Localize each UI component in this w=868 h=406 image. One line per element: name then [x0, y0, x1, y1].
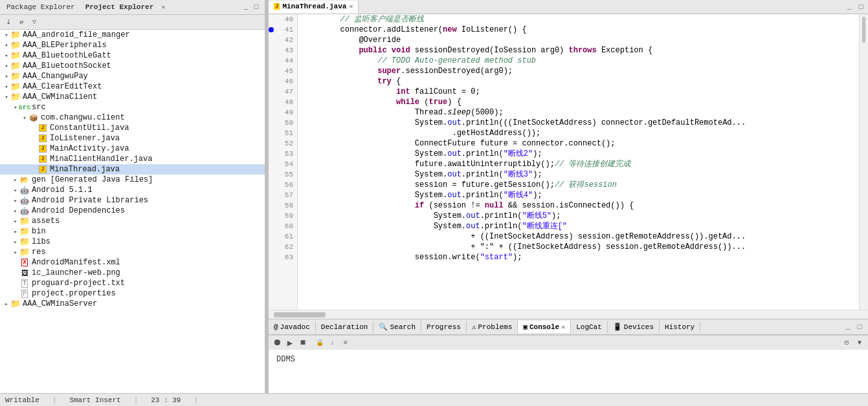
tree-item-6[interactable]: ▾📁AAA_ClearEditText	[0, 81, 265, 92]
code-line-47[interactable]: int failCount = 0;	[298, 87, 859, 97]
code-content-area[interactable]: 4041424344454647484950515253545556575859…	[269, 14, 868, 310]
editor-tab-minathreadjava[interactable]: J MinaThread.java ✕	[269, 1, 359, 14]
tree-item-27[interactable]: ▸📁AAA_CWMinaServer	[0, 299, 265, 309]
tree-item-21[interactable]: ▸📁libs	[0, 237, 265, 247]
tree-item-5[interactable]: ▾📁AAA_ChangwuPay	[0, 71, 265, 81]
tree-item-24[interactable]: 🖼ic_launcher-web.png	[0, 268, 265, 278]
tree-item-14[interactable]: JMinaThread.java	[0, 164, 265, 175]
tree-arrow-19[interactable]: ▸	[12, 218, 19, 225]
tree-item-18[interactable]: ▸🤖Android Dependencies	[0, 206, 265, 216]
tree-item-10[interactable]: JConstantUtil.java	[0, 123, 265, 133]
code-line-42[interactable]: @Override	[298, 35, 859, 45]
tree-item-12[interactable]: JMainActivity.java	[0, 144, 265, 154]
code-line-49[interactable]: Thread.sleep(5000);	[298, 107, 859, 118]
console-tool5[interactable]: ↓	[327, 337, 339, 348]
view-menu-btn[interactable]: ▽	[28, 16, 40, 28]
tree-arrow-27[interactable]: ▸	[3, 301, 10, 308]
code-line-63[interactable]: session.write("start");	[298, 252, 859, 262]
tree-item-23[interactable]: XAndroidManifest.xml	[0, 257, 265, 268]
tab-progress[interactable]: Progress	[421, 321, 467, 333]
tree-arrow-3[interactable]: ▾	[3, 52, 10, 59]
project-explorer-close[interactable]: ✕	[161, 3, 165, 11]
tree-arrow-15[interactable]: ▸	[12, 176, 19, 184]
code-line-54[interactable]: future.awaitUninterruptibly();// 等待连接创建完…	[298, 159, 859, 169]
console-tool8[interactable]: ▼	[854, 337, 865, 348]
tree-item-16[interactable]: ▸🤖Android 5.1.1	[0, 185, 265, 195]
link-editor-btn[interactable]: ⇄	[16, 16, 27, 28]
console-tool3[interactable]: ■	[297, 337, 309, 348]
tree-arrow-5[interactable]: ▾	[3, 73, 10, 80]
collapse-all-btn[interactable]: ⤓	[3, 16, 14, 28]
tree-arrow-1[interactable]: ▾	[3, 32, 10, 39]
tree-item-3[interactable]: ▾📁AAA_BluetoothLeGatt	[0, 50, 265, 61]
tree-item-17[interactable]: ▸🤖Android Private Libraries	[0, 195, 265, 206]
tree-item-19[interactable]: ▸📁assets	[0, 216, 265, 226]
tab-console[interactable]: ▣ Console ✕	[518, 321, 571, 333]
tab-project-explorer[interactable]: Project Explorer	[83, 2, 157, 12]
maximize-editor-icon[interactable]: □	[856, 3, 865, 12]
console-tool4[interactable]: 🔒	[314, 337, 326, 348]
tree-arrow-2[interactable]: ▾	[3, 42, 10, 49]
editor-hscroll[interactable]	[269, 310, 868, 319]
code-line-59[interactable]: System.out.println("断线5");	[298, 211, 859, 221]
editor-tab-close[interactable]: ✕	[349, 3, 353, 10]
code-line-52[interactable]: ConnectFuture future = connector.connect…	[298, 138, 859, 149]
code-line-56[interactable]: session = future.getSession();// 获得sessi…	[298, 180, 859, 190]
tree-item-26[interactable]: Pproject.properties	[0, 288, 265, 299]
tree-item-13[interactable]: JMinaClientHandler.java	[0, 154, 265, 164]
tab-problems[interactable]: ⚠ Problems	[467, 321, 518, 333]
tab-declaration[interactable]: Declaration	[316, 321, 374, 333]
console-close-icon[interactable]: ✕	[561, 323, 565, 331]
tree-arrow-16[interactable]: ▸	[12, 187, 19, 194]
tree-arrow-20[interactable]: ▸	[12, 228, 19, 235]
tree-arrow-4[interactable]: ▾	[3, 63, 10, 70]
code-line-53[interactable]: System.out.println("断线2");	[298, 149, 859, 159]
tab-logcat[interactable]: LogCat	[571, 321, 608, 333]
tree-arrow-9[interactable]: ▾	[21, 114, 28, 122]
tree-item-20[interactable]: ▸📁bin	[0, 226, 265, 237]
tree-item-22[interactable]: ▸📁res	[0, 247, 265, 257]
tree-item-15[interactable]: ▸📂gen [Generated Java Files]	[0, 175, 265, 185]
tab-search[interactable]: 🔍 Search	[373, 321, 421, 333]
console-tool6[interactable]: ≡	[340, 337, 351, 348]
code-line-46[interactable]: try {	[298, 76, 859, 87]
tree-item-11[interactable]: JIoListener.java	[0, 133, 265, 144]
maximize-left-icon[interactable]: □	[252, 3, 261, 12]
tree-item-9[interactable]: ▾📦com.changwu.client	[0, 112, 265, 123]
tree-arrow-22[interactable]: ▸	[12, 249, 19, 256]
tree-arrow-17[interactable]: ▸	[12, 197, 19, 204]
code-line-60[interactable]: System.out.println("断线重连["	[298, 221, 859, 231]
console-tool7[interactable]: ⊟	[841, 337, 852, 348]
bottom-minimize-icon[interactable]: _	[843, 323, 852, 332]
tree-arrow-6[interactable]: ▾	[3, 83, 10, 91]
tree-arrow-21[interactable]: ▸	[12, 239, 19, 246]
tab-devices[interactable]: 📱 Devices	[608, 321, 660, 333]
code-line-62[interactable]: + ":" + ((InetSocketAddress) session.get…	[298, 242, 859, 252]
code-line-43[interactable]: public void sessionDestroyed(IoSession a…	[298, 45, 859, 56]
editor-scrollbar[interactable]	[859, 14, 868, 310]
code-line-58[interactable]: if (session != null && session.isConnect…	[298, 200, 859, 211]
minimize-editor-icon[interactable]: _	[845, 3, 854, 12]
tree-item-2[interactable]: ▾📁AAA_BLEPeripherals	[0, 40, 265, 50]
code-line-48[interactable]: while (true) {	[298, 97, 859, 107]
code-line-55[interactable]: System.out.println("断线3");	[298, 169, 859, 180]
tree-item-7[interactable]: ▾📁AAA_CWMinaClient	[0, 92, 265, 102]
tree-item-1[interactable]: ▾📁AAA_android_file_manger	[0, 30, 265, 40]
tree-item-4[interactable]: ▾📁AAA_BluetoothSocket	[0, 61, 265, 71]
code-line-44[interactable]: // TODO Auto-generated method stub	[298, 56, 859, 66]
project-tree[interactable]: ▾📁AAA_android_file_manger▾📁AAA_BLEPeriph…	[0, 30, 265, 393]
code-line-45[interactable]: super.sessionDestroyed(arg0);	[298, 66, 859, 76]
code-line-40[interactable]: // 监听客户端是否断线	[298, 14, 859, 25]
tab-history[interactable]: History	[660, 321, 700, 333]
console-tool2[interactable]: ▶	[284, 337, 296, 348]
tree-item-25[interactable]: Tproguard-project.txt	[0, 278, 265, 288]
tree-arrow-7[interactable]: ▾	[3, 94, 10, 101]
code-line-57[interactable]: System.out.println("断线4");	[298, 190, 859, 200]
code-line-61[interactable]: + ((InetSocketAddress) session.getRemote…	[298, 231, 859, 242]
console-tool1[interactable]: ⏺	[271, 337, 283, 348]
tree-arrow-18[interactable]: ▸	[12, 208, 19, 215]
code-lines[interactable]: // 监听客户端是否断线 connector.addListener(new I…	[298, 14, 859, 310]
bottom-maximize-icon[interactable]: □	[855, 323, 864, 332]
minimize-left-icon[interactable]: _	[241, 3, 250, 12]
code-line-50[interactable]: System.out.println(((InetSocketAddress) …	[298, 118, 859, 128]
